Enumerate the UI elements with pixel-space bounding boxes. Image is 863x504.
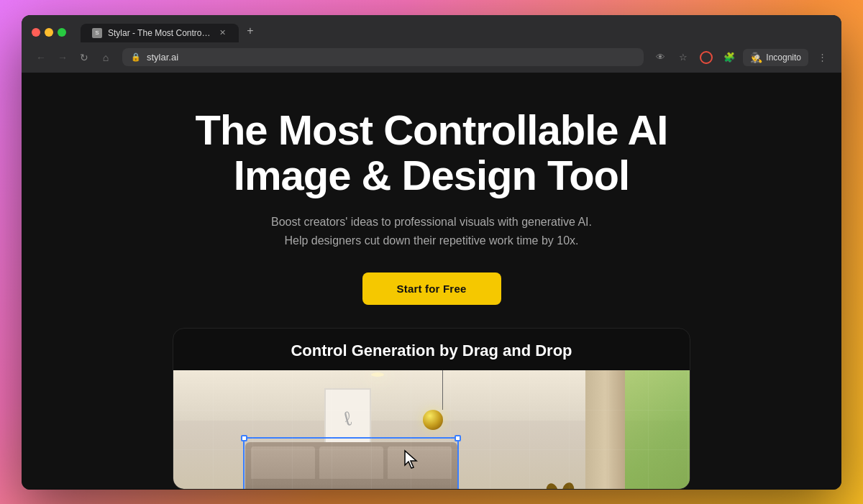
- forward-button[interactable]: →: [53, 48, 72, 67]
- bookmark-icon[interactable]: ☆: [674, 48, 693, 67]
- hero-subtitle: Boost creators' ideas to professional vi…: [271, 213, 592, 249]
- extensions-icon[interactable]: 🧩: [720, 48, 739, 67]
- incognito-icon: 🕵: [750, 52, 762, 63]
- traffic-lights: [32, 28, 66, 37]
- demo-title: Control Generation by Drag and Drop: [291, 342, 572, 359]
- lock-icon: 🔒: [131, 52, 141, 62]
- tab-title: Stylar - The Most Controllabl...: [108, 28, 211, 38]
- tab-favicon: S: [92, 28, 102, 38]
- address-bar[interactable]: 🔒 stylar.ai: [122, 48, 644, 66]
- tab-close-button[interactable]: ✕: [217, 28, 227, 38]
- incognito-button[interactable]: 🕵 Incognito: [743, 49, 808, 66]
- url-text: stylar.ai: [147, 52, 635, 63]
- hero-title: The Most Controllable AI Image & Design …: [196, 107, 668, 199]
- home-button[interactable]: ⌂: [96, 48, 115, 67]
- demo-header: Control Generation by Drag and Drop: [173, 329, 690, 370]
- more-menu-icon[interactable]: ⋮: [813, 48, 831, 67]
- maximize-button[interactable]: [58, 28, 66, 37]
- demo-content: ℓ: [173, 370, 690, 489]
- start-for-free-button[interactable]: Start for Free: [362, 272, 501, 305]
- back-button[interactable]: ←: [32, 48, 50, 67]
- close-button[interactable]: [32, 28, 40, 37]
- browser-window: S Stylar - The Most Controllabl... ✕ + ←…: [22, 15, 841, 490]
- demo-section: Control Generation by Drag and Drop: [173, 328, 690, 489]
- browser-chrome: S Stylar - The Most Controllabl... ✕ + ←…: [22, 15, 841, 73]
- incognito-label: Incognito: [766, 52, 801, 63]
- account-icon[interactable]: [697, 48, 716, 67]
- page-content: The Most Controllable AI Image & Design …: [22, 73, 841, 490]
- browser-tab[interactable]: S Stylar - The Most Controllabl... ✕: [81, 24, 239, 42]
- svg-point-0: [700, 52, 712, 63]
- hero-section: The Most Controllable AI Image & Design …: [22, 73, 841, 329]
- eye-off-icon: 👁: [651, 48, 670, 67]
- refresh-button[interactable]: ↻: [75, 48, 93, 67]
- minimize-button[interactable]: [45, 28, 53, 37]
- new-tab-button[interactable]: +: [242, 22, 259, 40]
- grid-overlay: [173, 370, 690, 489]
